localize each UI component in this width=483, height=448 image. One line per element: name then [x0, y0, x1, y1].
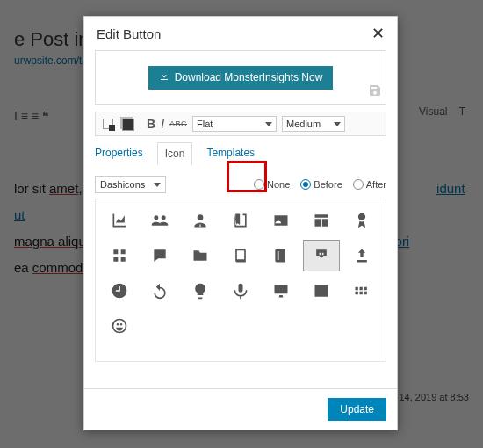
icon-bookalt2[interactable]: [263, 240, 299, 271]
icon-upload[interactable]: [343, 240, 380, 271]
modal-title: Edit Button: [97, 26, 161, 41]
size-select[interactable]: Medium: [282, 116, 345, 132]
text-color-picker[interactable]: [101, 117, 115, 131]
icon-lightbulb[interactable]: [182, 275, 219, 307]
italic-toggle[interactable]: I: [161, 117, 164, 131]
icon-award[interactable]: [343, 205, 380, 236]
icon-desktop[interactable]: [263, 275, 299, 307]
icon-download[interactable]: [303, 240, 340, 271]
modal-header: Edit Button ✕: [84, 17, 397, 47]
icon-image[interactable]: [303, 275, 340, 307]
style-toolbar: B I ABC Flat Medium: [95, 112, 386, 136]
update-button[interactable]: Update: [328, 398, 386, 421]
icon-grid[interactable]: [95, 199, 386, 362]
icon-id[interactable]: [263, 205, 299, 236]
tab-icon[interactable]: Icon: [157, 142, 193, 165]
icon-position-radios: None Before After: [254, 179, 386, 190]
strike-toggle[interactable]: ABC: [169, 119, 187, 128]
button-preview: Download MonsterInsights Now: [95, 50, 386, 105]
icon-microphone[interactable]: [222, 275, 259, 307]
icon-comment[interactable]: [141, 240, 178, 271]
bg-color-picker[interactable]: [122, 119, 134, 131]
icon-bookalt[interactable]: [222, 240, 259, 271]
bold-toggle[interactable]: B: [147, 117, 155, 131]
icon-dashboard[interactable]: [303, 205, 340, 236]
icon-screenoptions[interactable]: [101, 240, 138, 271]
modal-footer: Update: [84, 388, 397, 430]
icon-clock[interactable]: [101, 275, 138, 307]
edit-button-modal: Edit Button ✕ Download MonsterInsights N…: [83, 16, 398, 430]
iconset-select[interactable]: Dashicons: [95, 176, 166, 193]
style-select[interactable]: Flat: [192, 116, 277, 132]
icon-book[interactable]: [222, 205, 259, 236]
save-icon[interactable]: [368, 83, 382, 102]
icon-smiley[interactable]: [101, 310, 138, 342]
preview-button[interactable]: Download MonsterInsights Now: [148, 66, 334, 90]
radio-before[interactable]: Before: [300, 179, 342, 190]
icon-groups[interactable]: [141, 205, 178, 236]
download-icon: [159, 71, 169, 84]
radio-after[interactable]: After: [353, 179, 386, 190]
close-icon[interactable]: ✕: [371, 25, 385, 41]
highlight-icon-tab: [227, 161, 267, 192]
icon-gallery[interactable]: [343, 275, 380, 307]
icon-businessman[interactable]: [182, 205, 219, 236]
tab-properties[interactable]: Properties: [95, 147, 143, 165]
preview-button-label: Download MonsterInsights Now: [175, 71, 323, 83]
icon-folder[interactable]: [182, 240, 219, 271]
icon-chart[interactable]: [101, 205, 138, 236]
icon-undo[interactable]: [141, 275, 178, 307]
